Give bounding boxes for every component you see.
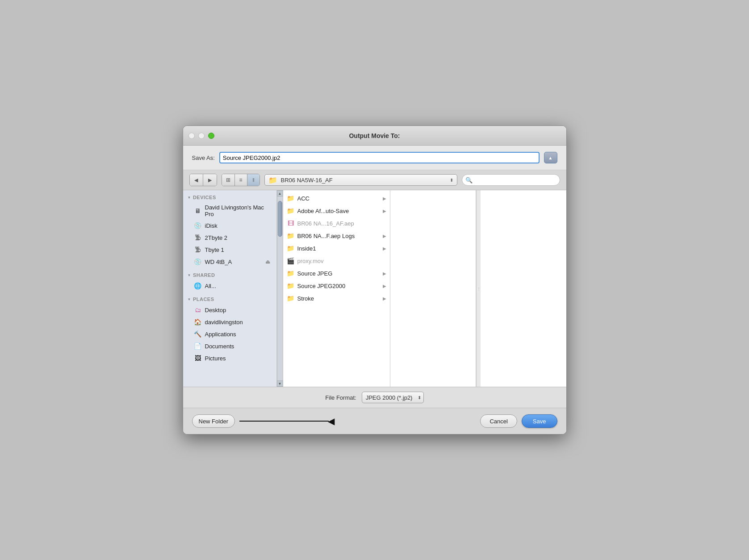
save-button[interactable]: Save: [522, 414, 557, 428]
file-item-srcjpeg2000[interactable]: 📁 Source JPEG2000 ▶: [283, 280, 390, 292]
toolbar-row: ◀ ▶ ⊞ ≡ ⦀ 📁 BR06 NA5W-16_AF ⬍ 🔍: [183, 170, 566, 190]
footer-row: New Folder ◀ Cancel Save: [183, 408, 566, 434]
footer-right: Cancel Save: [480, 414, 557, 428]
format-label: File Format:: [325, 394, 356, 401]
mac-pro-icon: 🖥: [194, 207, 202, 215]
location-dropdown[interactable]: 📁 BR06 NA5W-16_AF ⬍: [264, 174, 457, 186]
traffic-lights: [188, 133, 214, 139]
sidebar-item-2tbyte[interactable]: 🗜 2Tbyte 2: [185, 232, 275, 243]
file-item-acc-arrow: ▶: [383, 196, 386, 201]
file-item-stroke[interactable]: 📁 Stroke ▶: [283, 292, 390, 305]
desktop-label: Desktop: [205, 307, 226, 313]
folder-icon-inside1: 📁: [287, 244, 295, 252]
back-icon: ◀: [194, 177, 198, 183]
file-item-aep: 🎞 BR06 NA...16_AF.aep: [283, 217, 390, 230]
file-item-acc[interactable]: 📁 ACC ▶: [283, 192, 390, 205]
arrow-line: [239, 421, 329, 422]
sidebar-item-home[interactable]: 🏠 davidlivingston: [185, 316, 275, 328]
devices-section-header: ▼ DEVICES: [183, 190, 276, 202]
home-label: davidlivingston: [205, 319, 243, 326]
forward-button[interactable]: ▶: [203, 174, 217, 186]
tbyte1-icon: 🗜: [194, 246, 202, 254]
all-icon: 🌐: [194, 282, 202, 290]
cancel-label: Cancel: [490, 418, 507, 425]
search-wrapper: 🔍: [462, 174, 560, 186]
file-item-srcjpeg-arrow: ▶: [383, 271, 386, 276]
format-dropdown-wrapper: JPEG 2000 (*.jp2) QuickTime Movie AVI TI…: [362, 392, 424, 403]
shared-label: SHARED: [193, 272, 215, 278]
file-item-aep-name: BR06 NA...16_AF.aep: [297, 220, 386, 227]
places-triangle: ▼: [188, 297, 191, 301]
file-item-srcjpeg[interactable]: 📁 Source JPEG ▶: [283, 267, 390, 280]
sidebar-item-all[interactable]: 🌐 All...: [185, 280, 275, 292]
new-folder-button[interactable]: New Folder: [192, 414, 235, 428]
expand-button[interactable]: ▲: [544, 152, 557, 163]
shared-triangle: ▼: [188, 273, 191, 277]
view-icon-button[interactable]: ⊞: [222, 174, 234, 186]
dialog-title: Output Movie To:: [349, 132, 400, 139]
applications-icon: 🔨: [194, 330, 202, 338]
arrow-annotation: ◀: [239, 417, 476, 426]
sidebar-item-documents[interactable]: 📄 Documents: [185, 340, 275, 352]
places-section-header: ▼ PLACES: [183, 292, 276, 304]
search-input[interactable]: [462, 174, 560, 186]
pictures-label: Pictures: [205, 355, 226, 362]
column-resizer[interactable]: ⋮: [476, 190, 481, 387]
new-folder-label: New Folder: [199, 418, 228, 425]
save-dialog: Output Movie To: Save As: ▲ ◀ ▶ ⊞ ≡ ⦀: [183, 125, 567, 435]
cancel-button[interactable]: Cancel: [480, 414, 517, 428]
close-button[interactable]: [188, 133, 195, 139]
sidebar-item-pictures[interactable]: 🖼 Pictures: [185, 352, 275, 364]
folder-icon: 📁: [268, 176, 277, 184]
file-item-logs[interactable]: 📁 BR06 NA...F.aep Logs ▶: [283, 230, 390, 242]
save-as-label: Save As:: [192, 155, 215, 161]
idisk-icon: 💿: [194, 221, 202, 230]
file-item-srcjpeg2000-name: Source JPEG2000: [297, 283, 380, 289]
file-item-stroke-name: Stroke: [297, 295, 380, 302]
file-column-3: [481, 190, 566, 387]
format-dropdown[interactable]: JPEG 2000 (*.jp2) QuickTime Movie AVI TI…: [362, 392, 424, 403]
sidebar-item-desktop[interactable]: 🗂 Desktop: [185, 304, 275, 316]
file-column-2: [390, 190, 477, 387]
proxy-icon: 🎬: [287, 257, 295, 265]
file-item-logs-name: BR06 NA...F.aep Logs: [297, 233, 380, 239]
grid-view-icon: ⊞: [226, 177, 230, 183]
nav-buttons: ◀ ▶: [189, 174, 217, 186]
documents-label: Documents: [205, 343, 234, 350]
save-as-input[interactable]: [219, 152, 540, 163]
save-as-row: Save As: ▲: [183, 146, 566, 170]
sidebar-item-applications[interactable]: 🔨 Applications: [185, 328, 275, 340]
scroll-thumb[interactable]: [278, 201, 282, 237]
file-item-inside1[interactable]: 📁 Inside1 ▶: [283, 242, 390, 255]
folder-icon-stroke: 📁: [287, 294, 295, 302]
sidebar-item-tbyte1[interactable]: 🗜 Tbyte 1: [185, 244, 275, 255]
back-button[interactable]: ◀: [190, 174, 203, 186]
list-view-icon: ≡: [239, 177, 242, 183]
bottom-bar: File Format: JPEG 2000 (*.jp2) QuickTime…: [183, 387, 566, 408]
documents-icon: 📄: [194, 342, 202, 350]
devices-triangle: ▼: [188, 196, 191, 200]
wd-icon: 💿: [194, 258, 202, 266]
maximize-button[interactable]: [208, 133, 214, 139]
file-item-adobe[interactable]: 📁 Adobe Af...uto-Save ▶: [283, 205, 390, 217]
sidebar-item-idisk[interactable]: 💿 iDisk: [185, 220, 275, 231]
scroll-down-arrow[interactable]: ▼: [277, 380, 283, 387]
minimize-button[interactable]: [198, 133, 205, 139]
sidebar-item-mac-pro[interactable]: 🖥 David Livingston's Mac Pro: [185, 202, 275, 219]
location-label: BR06 NA5W-16_AF: [281, 177, 333, 184]
sidebar-scrollbar[interactable]: ▲ ▼: [277, 190, 283, 387]
home-icon: 🏠: [194, 318, 202, 326]
file-item-proxy-name: proxy.mov: [297, 258, 386, 264]
2tbyte-icon: 🗜: [194, 234, 202, 242]
view-buttons: ⊞ ≡ ⦀: [222, 174, 260, 186]
scroll-up-arrow[interactable]: ▲: [277, 190, 283, 196]
folder-icon-acc: 📁: [287, 194, 295, 202]
file-item-proxy: 🎬 proxy.mov: [283, 255, 390, 267]
view-list-button[interactable]: ≡: [234, 174, 247, 186]
file-item-stroke-arrow: ▶: [383, 296, 386, 301]
file-column-1: 📁 ACC ▶ 📁 Adobe Af...uto-Save ▶ 🎞 BR06 N…: [283, 190, 390, 387]
sidebar-item-wd[interactable]: 💿 WD 4tB_A ⏏: [185, 256, 275, 267]
scroll-track: [277, 196, 283, 380]
main-content: ▼ DEVICES 🖥 David Livingston's Mac Pro 💿…: [183, 190, 566, 387]
view-column-button[interactable]: ⦀: [247, 174, 259, 186]
